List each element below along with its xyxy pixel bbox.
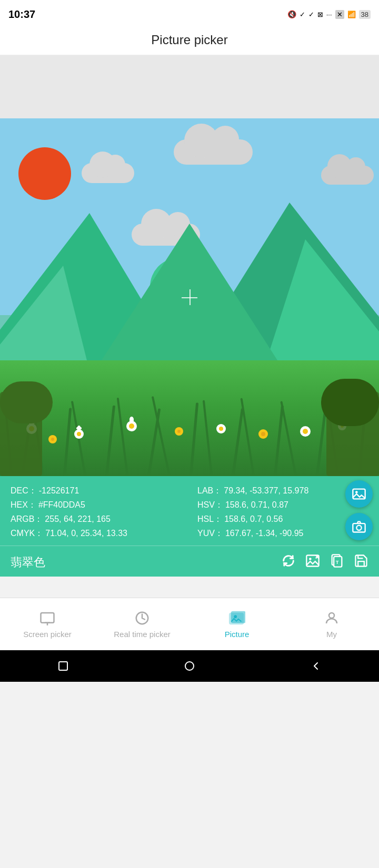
svg-point-65 [234,615,237,618]
svg-rect-67 [59,662,67,670]
bottom-nav: Screen picker Real time picker Picture [0,598,379,650]
svg-rect-14 [280,401,297,476]
cloud-3 [321,166,374,185]
image-area[interactable] [0,118,379,476]
svg-point-41 [219,427,223,431]
yuv-label: YUV： [197,528,223,539]
x-icon: ✕ [335,10,344,19]
wifi-icon: 📶 [347,11,356,18]
svg-point-55 [309,558,312,560]
bottom-spacer [0,577,379,598]
camera-fab[interactable] [345,513,373,540]
scene [0,118,379,476]
sun [18,147,71,200]
battery-icon: 38 [359,10,371,19]
hsl-row: HSL： 158.6, 0.7, 0.56 [197,514,368,525]
svg-point-43 [303,429,308,434]
svg-rect-9 [190,402,198,476]
hex-label: HEX： [11,500,36,511]
dec-label: DEC： [11,486,37,497]
hsv-row: HSV： 158.6, 0.71, 0.87 [197,500,368,511]
nav-label-my: My [326,630,337,639]
cmyk-row: CMYK： 71.04, 0, 25.34, 13.33 [11,528,182,539]
mountain-center [95,224,284,371]
back-button[interactable] [308,659,323,673]
color-info-grid: DEC： -12526171 LAB： 79.34, -53.377, 15.9… [11,486,368,539]
cmyk-label: CMYK： [11,528,43,539]
hsl-label: HSL： [197,514,222,525]
text-copy-icon[interactable]: T [330,553,344,571]
svg-point-39 [261,432,265,436]
action-icons: T [281,553,368,571]
nav-item-realtime[interactable]: Real time picker [95,598,190,650]
mountain-left-light [0,266,89,371]
status-bar: 10:37 🔇 ✓ ✓ ⊠ ··· ✕ 📶 38 [0,0,379,26]
svg-rect-47 [0,381,53,423]
mute-icon: 🔇 [287,10,296,18]
home-button[interactable] [56,659,71,673]
nav-item-my[interactable]: My [284,598,379,650]
svg-point-66 [329,613,334,618]
hex-row: HEX： #FF40DDA5 [11,500,182,511]
svg-rect-6 [117,398,128,476]
more-icon: ··· [326,11,332,18]
nav-label-picture: Picture [225,630,250,639]
svg-point-53 [356,526,361,530]
hsv-value: 158.6, 0.71, 0.87 [225,500,288,510]
screen-picker-icon [39,610,56,627]
android-nav-bar [0,650,379,682]
app-header: Picture picker [0,26,379,55]
page-title: Picture picker [151,33,227,47]
argb-label: ARGB： [11,514,43,525]
svg-text:T: T [336,560,339,565]
svg-point-68 [185,662,194,670]
status-icons: 🔇 ✓ ✓ ⊠ ··· ✕ 📶 38 [287,10,371,19]
svg-rect-11 [232,408,244,476]
svg-rect-3 [63,408,72,476]
lab-row: LAB： 79.34, -53.377, 15.978 [197,486,368,497]
gallery-fab[interactable] [345,480,373,508]
realtime-picker-icon [134,610,151,627]
nav-item-picture[interactable]: Picture [190,598,284,650]
nav-item-screen[interactable]: Screen picker [0,598,95,650]
status-time: 10:37 [8,8,35,21]
svg-point-31 [129,423,134,429]
svg-rect-49 [321,379,379,426]
svg-rect-5 [105,406,115,476]
svg-point-25 [77,432,81,436]
mountains [0,203,379,371]
cmyk-value: 71.04, 0, 25.34, 13.33 [45,529,127,538]
color-info-panel: DEC： -12526171 LAB： 79.34, -53.377, 15.9… [0,476,379,546]
svg-point-33 [129,417,134,423]
color-action-row: 翡翠色 T [0,546,379,577]
flower-field [0,371,379,476]
argb-value: 255, 64, 221, 165 [45,514,111,524]
lab-label: LAB： [197,486,222,497]
refresh-icon[interactable] [281,553,296,571]
check-icon-2: ✓ [308,11,314,18]
cloud-1 [82,163,134,183]
image-icon[interactable] [305,553,320,571]
check-icon-1: ✓ [300,11,305,18]
svg-rect-59 [41,613,54,623]
recents-button[interactable] [182,659,197,673]
svg-rect-10 [203,400,213,476]
nav-label-screen: Screen picker [23,630,72,639]
svg-rect-7 [147,408,161,476]
fab-container [345,480,373,540]
screen-icon: ⊠ [317,11,323,18]
hsv-label: HSV： [197,500,223,511]
cloud-2 [174,139,253,165]
yuv-value: 167.67, -1.34, -90.95 [225,529,304,538]
save-icon[interactable] [354,553,368,571]
argb-row: ARGB： 255, 64, 221, 165 [11,514,182,525]
svg-point-35 [51,438,54,441]
my-icon [323,610,340,627]
yuv-row: YUV： 167.67, -1.34, -90.95 [197,528,368,539]
dec-row: DEC： -12526171 [11,486,182,497]
nav-label-realtime: Real time picker [114,630,171,639]
color-name: 翡翠色 [11,554,45,570]
svg-point-37 [177,430,181,433]
svg-point-51 [355,491,358,493]
svg-rect-12 [241,398,255,476]
